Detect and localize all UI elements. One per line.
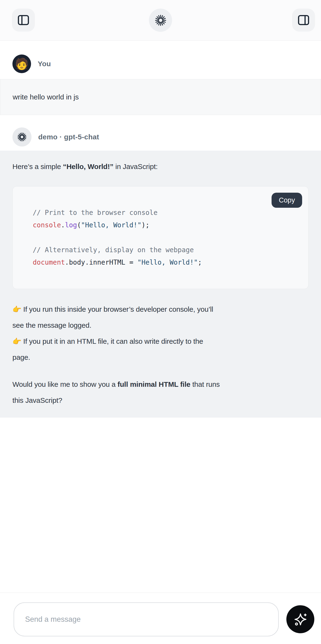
message-input[interactable] bbox=[13, 602, 279, 636]
tips-paragraph: 👉 If you run this inside your browser’s … bbox=[12, 301, 309, 365]
intro-paragraph: Here’s a simple “Hello, World!” in JavaS… bbox=[12, 158, 309, 174]
followup-line: Would you like me to show you a full min… bbox=[12, 376, 309, 392]
starburst-logo-icon bbox=[154, 14, 167, 26]
copy-code-button[interactable]: Copy bbox=[272, 193, 302, 208]
assistant-message-header: demo · gpt-5-chat bbox=[0, 128, 321, 146]
code-block: Copy // Print to the browser consolecons… bbox=[12, 186, 309, 289]
code-line bbox=[33, 232, 288, 244]
user-message-text: write hello world in js bbox=[13, 92, 308, 102]
panel-left-icon bbox=[17, 14, 29, 26]
tip-line: page. bbox=[12, 349, 309, 365]
sparkle-plus-icon bbox=[293, 612, 308, 627]
panel-right-icon bbox=[298, 14, 310, 26]
send-button[interactable] bbox=[286, 605, 314, 633]
panel-toggle-button[interactable] bbox=[292, 8, 315, 32]
code-line: console.log("Hello, World!"); bbox=[33, 219, 288, 232]
assistant-avatar bbox=[12, 128, 31, 146]
followup-paragraph: Would you like me to show you a full min… bbox=[12, 376, 309, 408]
code-line: // Print to the browser console bbox=[33, 206, 288, 219]
assistant-sender-label: demo · gpt-5-chat bbox=[38, 133, 99, 141]
tip-line: 👉 If you put it in an HTML file, it can … bbox=[12, 333, 309, 349]
user-sender-label: You bbox=[38, 60, 51, 68]
sidebar-toggle-button[interactable] bbox=[12, 8, 35, 32]
user-message-header: 🧑 You bbox=[0, 54, 321, 73]
user-avatar: 🧑 bbox=[12, 54, 31, 73]
composer-bar bbox=[0, 592, 321, 644]
code-line: // Alternatively, display on the webpage bbox=[33, 244, 288, 256]
person-emoji-icon: 🧑 bbox=[15, 58, 28, 69]
model-logo-button[interactable] bbox=[149, 8, 172, 32]
code-line: document.body.innerHTML = "Hello, World!… bbox=[33, 256, 288, 269]
tip-line: 👉 If you run this inside your browser’s … bbox=[12, 301, 309, 317]
top-bar bbox=[0, 0, 321, 41]
starburst-logo-icon bbox=[17, 132, 27, 142]
followup-line: this JavaScript? bbox=[12, 392, 309, 408]
assistant-message-body: Here’s a simple “Hello, World!” in JavaS… bbox=[0, 150, 321, 418]
tip-line: see the message logged. bbox=[12, 317, 309, 333]
chat-app: { "header": { "icons": { "left": "panel-… bbox=[0, 0, 321, 644]
user-message-bubble: write hello world in js bbox=[0, 79, 321, 115]
code-content: // Print to the browser consoleconsole.l… bbox=[13, 186, 308, 289]
